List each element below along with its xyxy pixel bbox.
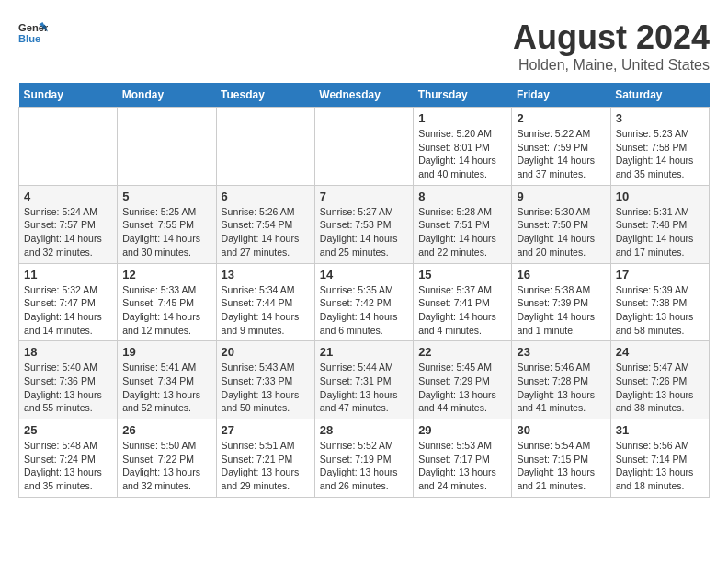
calendar-cell: 13Sunrise: 5:34 AMSunset: 7:44 PMDayligh… xyxy=(216,263,314,341)
title-block: August 2024 Holden, Maine, United States xyxy=(513,18,710,74)
day-header-friday: Friday xyxy=(512,83,610,108)
day-info: Sunrise: 5:37 AMSunset: 7:41 PMDaylight:… xyxy=(418,283,506,338)
day-info: Sunrise: 5:52 AMSunset: 7:19 PMDaylight:… xyxy=(320,439,408,493)
calendar-cell: 17Sunrise: 5:39 AMSunset: 7:38 PMDayligh… xyxy=(610,263,709,341)
calendar-cell: 1Sunrise: 5:20 AMSunset: 8:01 PMDaylight… xyxy=(414,108,512,186)
day-info: Sunrise: 5:38 AMSunset: 7:39 PMDaylight:… xyxy=(517,283,605,338)
calendar-cell: 7Sunrise: 5:27 AMSunset: 7:53 PMDaylight… xyxy=(314,185,413,263)
day-header-saturday: Saturday xyxy=(610,83,709,108)
day-info: Sunrise: 5:23 AMSunset: 7:58 PMDaylight:… xyxy=(616,127,704,181)
day-header-monday: Monday xyxy=(118,83,216,108)
day-header-wednesday: Wednesday xyxy=(314,83,413,108)
day-info: Sunrise: 5:54 AMSunset: 7:15 PMDaylight:… xyxy=(517,439,605,493)
day-info: Sunrise: 5:40 AMSunset: 7:36 PMDaylight:… xyxy=(24,361,112,415)
logo: General Blue xyxy=(18,18,48,48)
day-info: Sunrise: 5:20 AMSunset: 8:01 PMDaylight:… xyxy=(418,127,506,181)
week-row-4: 18Sunrise: 5:40 AMSunset: 7:36 PMDayligh… xyxy=(19,341,710,419)
day-number: 22 xyxy=(418,345,506,359)
day-number: 9 xyxy=(517,190,605,203)
calendar-cell: 3Sunrise: 5:23 AMSunset: 7:58 PMDaylight… xyxy=(610,108,709,186)
day-number: 31 xyxy=(616,423,704,437)
calendar-cell: 4Sunrise: 5:24 AMSunset: 7:57 PMDaylight… xyxy=(19,185,118,263)
subtitle: Holden, Maine, United States xyxy=(513,57,710,74)
calendar-cell xyxy=(216,108,314,186)
calendar-table: SundayMondayTuesdayWednesdayThursdayFrid… xyxy=(18,83,710,498)
calendar-cell: 21Sunrise: 5:44 AMSunset: 7:31 PMDayligh… xyxy=(314,341,413,419)
calendar-cell: 2Sunrise: 5:22 AMSunset: 7:59 PMDaylight… xyxy=(512,108,610,186)
calendar-cell: 11Sunrise: 5:32 AMSunset: 7:47 PMDayligh… xyxy=(19,263,118,341)
day-info: Sunrise: 5:24 AMSunset: 7:57 PMDaylight:… xyxy=(24,205,112,259)
calendar-header-row: SundayMondayTuesdayWednesdayThursdayFrid… xyxy=(19,83,710,108)
day-number: 13 xyxy=(222,268,310,282)
day-number: 16 xyxy=(517,268,605,282)
day-info: Sunrise: 5:26 AMSunset: 7:54 PMDaylight:… xyxy=(222,205,310,259)
day-number: 10 xyxy=(616,190,704,203)
day-info: Sunrise: 5:46 AMSunset: 7:28 PMDaylight:… xyxy=(517,361,605,415)
calendar-cell: 24Sunrise: 5:47 AMSunset: 7:26 PMDayligh… xyxy=(610,341,709,419)
day-number: 14 xyxy=(320,268,408,282)
calendar-cell: 6Sunrise: 5:26 AMSunset: 7:54 PMDaylight… xyxy=(216,185,314,263)
day-header-thursday: Thursday xyxy=(414,83,512,108)
page-header: General Blue August 2024 Holden, Maine, … xyxy=(18,18,710,74)
day-info: Sunrise: 5:32 AMSunset: 7:47 PMDaylight:… xyxy=(24,283,112,338)
calendar-cell xyxy=(19,108,118,186)
day-info: Sunrise: 5:31 AMSunset: 7:48 PMDaylight:… xyxy=(616,205,704,259)
calendar-cell: 20Sunrise: 5:43 AMSunset: 7:33 PMDayligh… xyxy=(216,341,314,419)
day-number: 26 xyxy=(122,423,210,437)
day-number: 7 xyxy=(320,190,408,203)
day-number: 1 xyxy=(418,111,506,125)
calendar-cell: 19Sunrise: 5:41 AMSunset: 7:34 PMDayligh… xyxy=(118,341,216,419)
day-number: 20 xyxy=(222,345,310,359)
day-info: Sunrise: 5:34 AMSunset: 7:44 PMDaylight:… xyxy=(222,283,310,338)
calendar-cell: 10Sunrise: 5:31 AMSunset: 7:48 PMDayligh… xyxy=(610,185,709,263)
calendar-cell: 9Sunrise: 5:30 AMSunset: 7:50 PMDaylight… xyxy=(512,185,610,263)
day-number: 30 xyxy=(517,423,605,437)
day-number: 4 xyxy=(24,190,112,203)
day-header-tuesday: Tuesday xyxy=(216,83,314,108)
day-number: 5 xyxy=(122,190,210,203)
day-info: Sunrise: 5:28 AMSunset: 7:51 PMDaylight:… xyxy=(418,205,506,259)
week-row-3: 11Sunrise: 5:32 AMSunset: 7:47 PMDayligh… xyxy=(19,263,710,341)
calendar-cell: 26Sunrise: 5:50 AMSunset: 7:22 PMDayligh… xyxy=(118,419,216,498)
day-header-sunday: Sunday xyxy=(19,83,118,108)
day-number: 11 xyxy=(24,268,112,282)
day-info: Sunrise: 5:51 AMSunset: 7:21 PMDaylight:… xyxy=(222,439,310,493)
day-info: Sunrise: 5:45 AMSunset: 7:29 PMDaylight:… xyxy=(418,361,506,415)
day-number: 2 xyxy=(517,111,605,125)
day-info: Sunrise: 5:33 AMSunset: 7:45 PMDaylight:… xyxy=(122,283,210,338)
week-row-1: 1Sunrise: 5:20 AMSunset: 8:01 PMDaylight… xyxy=(19,108,710,186)
calendar-cell: 22Sunrise: 5:45 AMSunset: 7:29 PMDayligh… xyxy=(414,341,512,419)
calendar-cell xyxy=(118,108,216,186)
calendar-cell: 30Sunrise: 5:54 AMSunset: 7:15 PMDayligh… xyxy=(512,419,610,498)
day-info: Sunrise: 5:56 AMSunset: 7:14 PMDaylight:… xyxy=(616,439,704,493)
week-row-5: 25Sunrise: 5:48 AMSunset: 7:24 PMDayligh… xyxy=(19,419,710,498)
calendar-body: 1Sunrise: 5:20 AMSunset: 8:01 PMDaylight… xyxy=(19,108,710,498)
svg-text:Blue: Blue xyxy=(18,33,40,44)
calendar-cell: 12Sunrise: 5:33 AMSunset: 7:45 PMDayligh… xyxy=(118,263,216,341)
day-number: 29 xyxy=(418,423,506,437)
day-number: 15 xyxy=(418,268,506,282)
main-title: August 2024 xyxy=(513,18,710,57)
calendar-cell: 25Sunrise: 5:48 AMSunset: 7:24 PMDayligh… xyxy=(19,419,118,498)
calendar-cell: 23Sunrise: 5:46 AMSunset: 7:28 PMDayligh… xyxy=(512,341,610,419)
day-info: Sunrise: 5:48 AMSunset: 7:24 PMDaylight:… xyxy=(24,439,112,493)
day-number: 21 xyxy=(320,345,408,359)
day-number: 12 xyxy=(122,268,210,282)
day-info: Sunrise: 5:41 AMSunset: 7:34 PMDaylight:… xyxy=(122,361,210,415)
calendar-cell: 28Sunrise: 5:52 AMSunset: 7:19 PMDayligh… xyxy=(314,419,413,498)
day-number: 18 xyxy=(24,345,112,359)
day-info: Sunrise: 5:53 AMSunset: 7:17 PMDaylight:… xyxy=(418,439,506,493)
day-number: 8 xyxy=(418,190,506,203)
day-info: Sunrise: 5:27 AMSunset: 7:53 PMDaylight:… xyxy=(320,205,408,259)
calendar-cell: 18Sunrise: 5:40 AMSunset: 7:36 PMDayligh… xyxy=(19,341,118,419)
day-number: 25 xyxy=(24,423,112,437)
calendar-cell: 15Sunrise: 5:37 AMSunset: 7:41 PMDayligh… xyxy=(414,263,512,341)
day-number: 17 xyxy=(616,268,704,282)
day-info: Sunrise: 5:35 AMSunset: 7:42 PMDaylight:… xyxy=(320,283,408,338)
calendar-cell xyxy=(314,108,413,186)
week-row-2: 4Sunrise: 5:24 AMSunset: 7:57 PMDaylight… xyxy=(19,185,710,263)
day-info: Sunrise: 5:25 AMSunset: 7:55 PMDaylight:… xyxy=(122,205,210,259)
day-info: Sunrise: 5:30 AMSunset: 7:50 PMDaylight:… xyxy=(517,205,605,259)
calendar-cell: 8Sunrise: 5:28 AMSunset: 7:51 PMDaylight… xyxy=(414,185,512,263)
calendar-cell: 29Sunrise: 5:53 AMSunset: 7:17 PMDayligh… xyxy=(414,419,512,498)
